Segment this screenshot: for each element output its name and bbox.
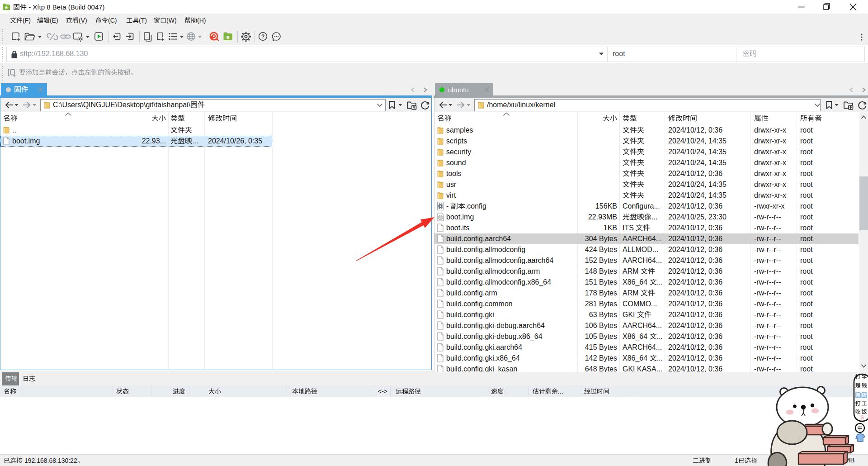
- svg-text:e: e: [5, 5, 8, 10]
- svg-text:?: ?: [261, 33, 265, 40]
- svg-text:S: S: [860, 414, 864, 421]
- svg-text:e: e: [226, 33, 229, 40]
